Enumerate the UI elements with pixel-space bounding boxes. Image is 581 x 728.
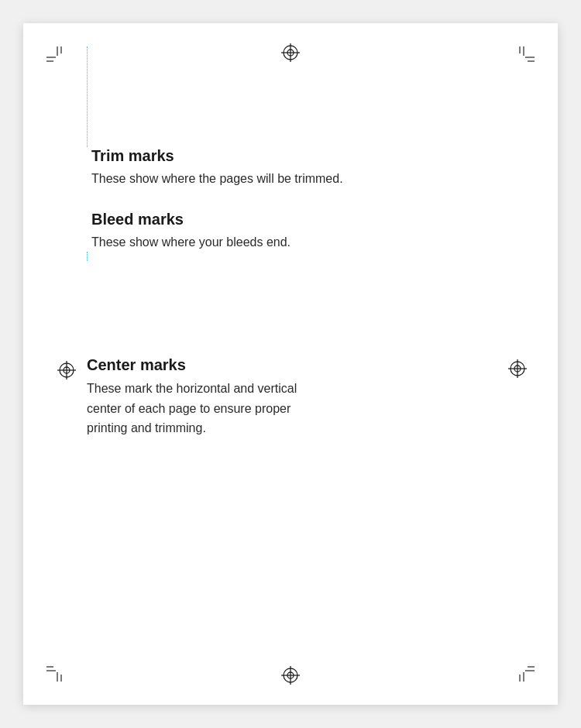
page: Trim marks These show where the pages wi… bbox=[23, 23, 558, 705]
content-area: Trim marks These show where the pages wi… bbox=[91, 147, 511, 274]
center-marks-section: Center marks These mark the horizontal a… bbox=[54, 356, 527, 438]
trim-marks-body: These show where the pages will be trimm… bbox=[91, 170, 511, 189]
corner-mark-bottom-right bbox=[507, 654, 535, 682]
center-marks-title: Center marks bbox=[87, 356, 304, 374]
bleed-marks-body: These show where your bleeds end. bbox=[91, 233, 511, 252]
trim-marks-title: Trim marks bbox=[91, 147, 511, 165]
center-marks-body: These mark the horizontal and vertical c… bbox=[87, 379, 304, 438]
registration-mark-right bbox=[505, 356, 530, 384]
center-marks-icon bbox=[54, 358, 79, 386]
registration-mark-bottom bbox=[278, 663, 303, 688]
registration-mark-top bbox=[278, 40, 303, 65]
bleed-indicator-line-2 bbox=[87, 252, 88, 261]
bleed-marks-title: Bleed marks bbox=[91, 211, 511, 228]
corner-mark-bottom-left bbox=[46, 654, 74, 682]
corner-mark-top-right bbox=[507, 46, 535, 74]
center-marks-text: Center marks These mark the horizontal a… bbox=[87, 356, 304, 438]
corner-mark-top-left bbox=[46, 46, 74, 74]
bleed-indicator-line bbox=[87, 46, 88, 147]
